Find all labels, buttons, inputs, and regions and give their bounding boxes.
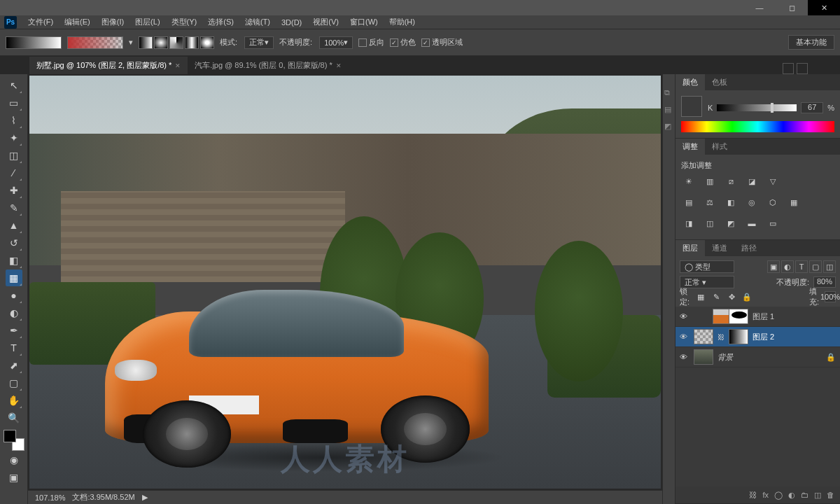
tab-channels[interactable]: 通道 [705,240,734,256]
menu-help[interactable]: 帮助(H) [384,15,421,29]
adj-bw-icon[interactable]: ◧ [723,195,738,210]
dock-icon-history[interactable]: ⧉ [664,88,674,98]
tool-history-brush[interactable]: ↺ [6,234,22,251]
canvas[interactable]: 人人素材 [29,76,661,489]
dither-checkbox[interactable] [390,38,398,47]
document-tab-inactive[interactable]: 汽车.jpg @ 89.1% (图层 0, 图层蒙版/8) *✕ [188,57,348,74]
menu-image[interactable]: 图像(I) [96,15,130,29]
tool-quickmask[interactable]: ◉ [6,451,22,468]
adj-curves-icon[interactable]: ⧄ [723,174,738,189]
gradient-diamond[interactable] [200,36,214,49]
mask-thumbnail[interactable] [729,309,748,324]
menu-edit[interactable]: 编辑(E) [59,15,96,29]
tab-swatches[interactable]: 色板 [705,74,734,90]
adj-gradient-map-icon[interactable]: ▬ [744,216,760,231]
workspace-select[interactable]: 基本功能 [788,35,834,50]
transparency-checkbox[interactable] [421,38,430,47]
dock-icon-info[interactable]: ◩ [664,122,674,132]
tool-zoom[interactable]: 🔍 [6,410,22,426]
tool-lasso[interactable]: ⌇ [6,112,22,129]
adj-posterize-icon[interactable]: ◫ [702,216,718,231]
filter-type-icon[interactable]: T [795,260,808,273]
tab-adjustments[interactable]: 调整 [676,139,705,155]
menu-select[interactable]: 选择(S) [202,15,239,29]
visibility-icon[interactable]: 👁 [680,353,690,361]
gradient-radial[interactable] [154,36,168,49]
gradient-linear[interactable] [139,36,153,49]
tool-dodge[interactable]: ◐ [6,304,22,321]
new-layer-icon[interactable]: ◫ [814,491,821,500]
layer-thumbnail[interactable] [694,349,713,365]
tool-eraser[interactable]: ◧ [6,252,22,269]
gradient-reflected[interactable] [185,36,199,49]
menu-file[interactable]: 文件(F) [22,15,59,29]
minimize-button[interactable]: — [743,0,776,15]
tool-type[interactable]: T [6,340,22,356]
tool-wand[interactable]: ✦ [6,130,22,146]
lock-all-icon[interactable]: 🔒 [741,291,752,302]
tool-blur[interactable]: ● [6,287,22,304]
layer-thumbnail[interactable] [694,329,713,344]
tool-brush[interactable]: ✎ [6,200,22,216]
menu-view[interactable]: 视图(V) [307,15,344,29]
fx-icon[interactable]: fx [762,491,769,499]
adj-mixer-icon[interactable]: ⬡ [765,195,780,210]
lock-transparency-icon[interactable]: ▦ [695,291,706,302]
tool-path-select[interactable]: ⬈ [6,357,22,374]
gradient-angle[interactable] [169,36,183,49]
link-layers-icon[interactable]: ⛓ [749,491,757,499]
tab-paths[interactable]: 路径 [734,240,764,256]
ruler-icon[interactable] [783,63,794,74]
fill-value[interactable]: 100% [825,291,836,302]
tool-pen[interactable]: ✒ [6,322,22,339]
menu-3d[interactable]: 3D(D) [276,17,307,28]
status-zoom[interactable]: 107.18% [35,493,65,502]
filter-smart-icon[interactable]: ◫ [823,260,836,273]
layer-row[interactable]: 👁 ⛓ 图层 1 [676,307,840,327]
tool-screenmode[interactable]: ▣ [6,469,22,486]
tab-close-icon[interactable]: ✕ [175,62,181,69]
spectrum-bar[interactable] [681,121,834,132]
gradient-swatch[interactable] [6,36,62,49]
layer-row-active[interactable]: 👁 ⛓ 图层 2 [676,327,840,347]
visibility-icon[interactable]: 👁 [680,332,690,341]
tool-eyedropper[interactable]: ⁄ [6,164,22,181]
menu-type[interactable]: 类型(Y) [166,15,203,29]
mask-icon[interactable]: ◯ [774,491,783,500]
tab-layers[interactable]: 图层 [676,240,705,256]
adjustment-layer-icon[interactable]: ◐ [788,491,795,500]
adj-balance-icon[interactable]: ⚖ [702,195,718,210]
delete-layer-icon[interactable]: 🗑 [827,491,834,499]
dock-icon-actions[interactable]: ▤ [664,105,674,115]
tab-styles[interactable]: 样式 [705,139,734,155]
tool-gradient[interactable]: ▦ [6,270,22,286]
layer-name[interactable]: 图层 1 [752,312,836,322]
lock-position-icon[interactable]: ✥ [726,291,737,302]
dropdown-icon[interactable]: ▾ [129,38,133,47]
foreground-color[interactable] [4,430,16,442]
adj-brightness-icon[interactable]: ☀ [681,174,696,189]
mode-select[interactable]: 正常 ▾ [244,36,274,49]
adj-hue-icon[interactable]: ▤ [681,195,696,210]
layer-row-background[interactable]: 👁 背景 🔒 [676,347,840,368]
adj-exposure-icon[interactable]: ◪ [744,174,760,189]
lock-pixels-icon[interactable]: ✎ [710,291,722,302]
adj-threshold-icon[interactable]: ◩ [723,216,738,231]
adj-lookup-icon[interactable]: ▦ [786,195,802,210]
tool-marquee[interactable]: ▭ [6,94,22,111]
menu-filter[interactable]: 滤镜(T) [239,15,276,29]
document-tab-active[interactable]: 别墅.jpg @ 107% (图层 2, 图层蒙版/8) *✕ [29,57,188,74]
k-slider[interactable] [717,104,797,111]
adj-selective-icon[interactable]: ▭ [765,216,780,231]
tool-hand[interactable]: ✋ [6,392,22,409]
mask-thumbnail[interactable] [729,329,748,344]
color-swatches[interactable] [4,430,24,451]
status-arrow[interactable]: ▶ [142,493,148,502]
menu-window[interactable]: 窗口(W) [344,15,384,29]
color-preview[interactable] [681,96,702,117]
menu-layer[interactable]: 图层(L) [130,15,165,29]
layer-filter-select[interactable]: ◯ 类型 [680,260,734,273]
tool-shape[interactable]: ▢ [6,374,22,391]
opacity-select[interactable]: 100% ▾ [319,36,353,49]
k-value[interactable]: 67 [801,102,823,113]
